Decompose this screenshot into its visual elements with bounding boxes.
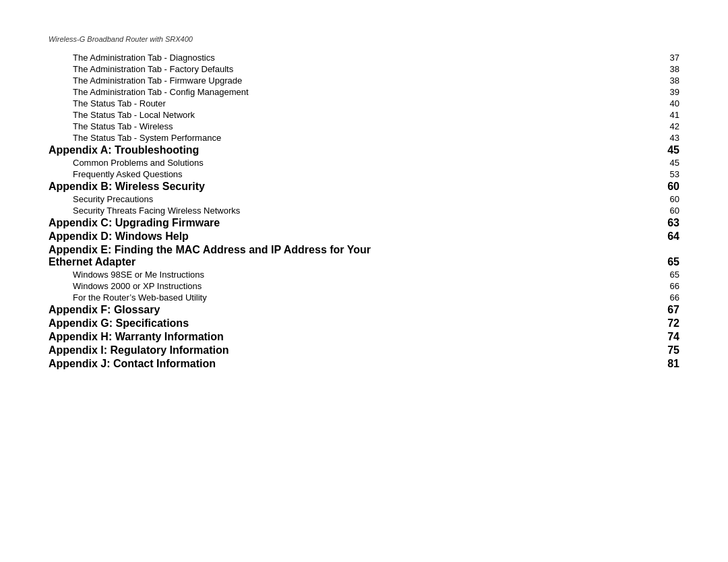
toc-main-item: Appendix A: Troubleshooting45 [49, 144, 679, 156]
toc-entry-page: 67 [653, 304, 679, 316]
toc-entry-page: 37 [653, 53, 679, 63]
toc-sub-item: Frequently Asked Questions53 [49, 169, 679, 179]
toc-sub-item: The Status Tab - System Performance43 [49, 133, 679, 143]
toc-entry-page: 75 [653, 344, 679, 356]
toc-entry-page: 65 [653, 270, 679, 280]
toc-sub-item: Windows 2000 or XP Instructions66 [49, 281, 679, 291]
toc-entry-page: 60 [653, 194, 679, 204]
toc-main-item: Appendix G: Specifications72 [49, 317, 679, 330]
toc-main-item: Appendix B: Wireless Security60 [49, 181, 679, 193]
toc-entry-text: The Status Tab - Wireless [49, 121, 653, 131]
toc-entry-page: 42 [653, 121, 679, 131]
toc-sub-item: Windows 98SE or Me Instructions65 [49, 270, 679, 280]
toc-main-item: Appendix J: Contact Information81 [49, 358, 679, 370]
toc-sub-item: The Status Tab - Local Network41 [49, 110, 679, 120]
toc-entry-text: The Status Tab - Router [49, 98, 653, 108]
toc-entry-page: 41 [653, 110, 679, 120]
table-of-contents: The Administration Tab - Diagnostics37Th… [49, 53, 679, 371]
toc-entry-page: 60 [653, 206, 679, 216]
toc-multiline-line1: Appendix E: Finding the MAC Address and … [49, 244, 679, 256]
toc-entry-text: Appendix J: Contact Information [49, 358, 653, 370]
toc-entry-page: 60 [653, 181, 679, 193]
toc-entry-page: 39 [653, 87, 679, 97]
toc-sub-item: The Administration Tab - Config Manageme… [49, 87, 679, 97]
toc-sub-item: The Status Tab - Wireless42 [49, 121, 679, 131]
toc-entry-page: 66 [653, 281, 679, 291]
toc-entry-page: 81 [653, 358, 679, 370]
toc-sub-item: Security Precautions60 [49, 194, 679, 204]
toc-entry-page: 74 [653, 331, 679, 343]
toc-entry-text: Windows 98SE or Me Instructions [49, 270, 653, 280]
toc-sub-item: For the Router’s Web-based Utility66 [49, 292, 679, 303]
toc-entry-page: 43 [653, 133, 679, 143]
toc-main-item: Appendix D: Windows Help64 [49, 230, 679, 243]
toc-entry-page: 45 [653, 158, 679, 168]
toc-sub-item: The Administration Tab - Factory Default… [49, 64, 679, 74]
toc-sub-item: The Administration Tab - Firmware Upgrad… [49, 75, 679, 86]
toc-entry-text: Appendix I: Regulatory Information [49, 344, 653, 356]
toc-sub-item: The Status Tab - Router40 [49, 98, 679, 108]
toc-entry-text: Appendix G: Specifications [49, 317, 653, 330]
toc-multiline-line2: Ethernet Adapter65 [49, 256, 679, 268]
toc-main-item: Appendix I: Regulatory Information75 [49, 344, 679, 356]
toc-entry-text: Frequently Asked Questions [49, 169, 653, 179]
toc-entry-text: Appendix C: Upgrading Firmware [49, 217, 653, 229]
toc-entry-text: The Status Tab - Local Network [49, 110, 653, 120]
toc-entry-page: 63 [653, 217, 679, 229]
toc-entry-text: Appendix B: Wireless Security [49, 181, 653, 193]
toc-main-multiline-item: Appendix E: Finding the MAC Address and … [49, 244, 679, 268]
toc-entry-text: Windows 2000 or XP Instructions [49, 281, 653, 291]
toc-entry-text: Security Precautions [49, 194, 653, 204]
toc-main-item: Appendix H: Warranty Information74 [49, 331, 679, 343]
toc-entry-page: 38 [653, 64, 679, 74]
page-header: Wireless-G Broadband Router with SRX400 [49, 35, 193, 43]
toc-entry-text: Appendix A: Troubleshooting [49, 144, 653, 156]
toc-entry-text: Appendix F: Glossary [49, 304, 653, 316]
toc-entry-text: Ethernet Adapter [49, 256, 653, 268]
toc-entry-text: Appendix H: Warranty Information [49, 331, 653, 343]
toc-entry-text: The Administration Tab - Factory Default… [49, 64, 653, 74]
toc-entry-text: The Administration Tab - Diagnostics [49, 53, 653, 63]
toc-sub-item: Security Threats Facing Wireless Network… [49, 206, 679, 216]
toc-entry-page: 72 [653, 317, 679, 330]
toc-entry-page: 45 [653, 144, 679, 156]
toc-entry-text: The Administration Tab - Config Manageme… [49, 87, 653, 97]
toc-entry-page: 38 [653, 75, 679, 86]
toc-entry-text: The Administration Tab - Firmware Upgrad… [49, 75, 653, 86]
toc-main-item: Appendix C: Upgrading Firmware63 [49, 217, 679, 229]
toc-entry-text: Common Problems and Solutions [49, 158, 653, 168]
toc-main-item: Appendix F: Glossary67 [49, 304, 679, 316]
toc-entry-page: 40 [653, 98, 679, 108]
toc-entry-text: Security Threats Facing Wireless Network… [49, 206, 653, 216]
toc-entry-page: 53 [653, 169, 679, 179]
toc-entry-page: 66 [653, 292, 679, 303]
toc-sub-item: Common Problems and Solutions45 [49, 158, 679, 168]
toc-sub-item: The Administration Tab - Diagnostics37 [49, 53, 679, 63]
toc-entry-text: For the Router’s Web-based Utility [49, 292, 653, 303]
toc-entry-text: Appendix D: Windows Help [49, 230, 653, 243]
toc-entry-page: 65 [653, 256, 679, 268]
toc-entry-text: The Status Tab - System Performance [49, 133, 653, 143]
toc-entry-page: 64 [653, 230, 679, 243]
